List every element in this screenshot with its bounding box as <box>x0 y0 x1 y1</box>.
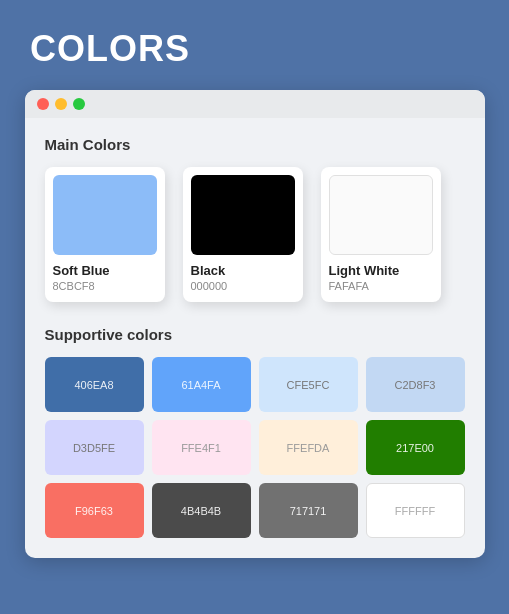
color-hex-soft-blue: 8CBCF8 <box>53 280 157 292</box>
main-colors-title: Main Colors <box>45 136 465 153</box>
page-title: COLORS <box>0 0 190 90</box>
support-swatch-406ea8: 406EA8 <box>45 357 144 412</box>
main-colors-list: Soft Blue 8CBCF8 Black 000000 Light Whit… <box>45 167 465 302</box>
support-swatch-217e00: 217E00 <box>366 420 465 475</box>
support-swatch-f96f63: F96F63 <box>45 483 144 538</box>
support-swatch-ffffff: FFFFFF <box>366 483 465 538</box>
supportive-colors-grid: 406EA8 61A4FA CFE5FC C2D8F3 D3D5FE FFE4F… <box>45 357 465 538</box>
color-card-soft-blue: Soft Blue 8CBCF8 <box>45 167 165 302</box>
maximize-dot[interactable] <box>73 98 85 110</box>
support-swatch-cfe5fc: CFE5FC <box>259 357 358 412</box>
support-swatch-ffefda: FFEFDA <box>259 420 358 475</box>
color-card-black: Black 000000 <box>183 167 303 302</box>
close-dot[interactable] <box>37 98 49 110</box>
support-swatch-c2d8f3: C2D8F3 <box>366 357 465 412</box>
window-content: Main Colors Soft Blue 8CBCF8 Black 00000… <box>25 118 485 558</box>
swatch-soft-blue <box>53 175 157 255</box>
swatch-light-white <box>329 175 433 255</box>
color-hex-light-white: FAFAFA <box>329 280 433 292</box>
minimize-dot[interactable] <box>55 98 67 110</box>
support-swatch-4b4b4b: 4B4B4B <box>152 483 251 538</box>
support-swatch-d3d5fe: D3D5FE <box>45 420 144 475</box>
supportive-colors-title: Supportive colors <box>45 326 465 343</box>
color-hex-black: 000000 <box>191 280 295 292</box>
support-swatch-61a4fa: 61A4FA <box>152 357 251 412</box>
window-titlebar <box>25 90 485 118</box>
app-window: Main Colors Soft Blue 8CBCF8 Black 00000… <box>25 90 485 558</box>
color-name-soft-blue: Soft Blue <box>53 263 157 278</box>
support-swatch-ffe4f1: FFE4F1 <box>152 420 251 475</box>
swatch-black <box>191 175 295 255</box>
color-card-light-white: Light White FAFAFA <box>321 167 441 302</box>
color-name-light-white: Light White <box>329 263 433 278</box>
color-name-black: Black <box>191 263 295 278</box>
support-swatch-717171: 717171 <box>259 483 358 538</box>
